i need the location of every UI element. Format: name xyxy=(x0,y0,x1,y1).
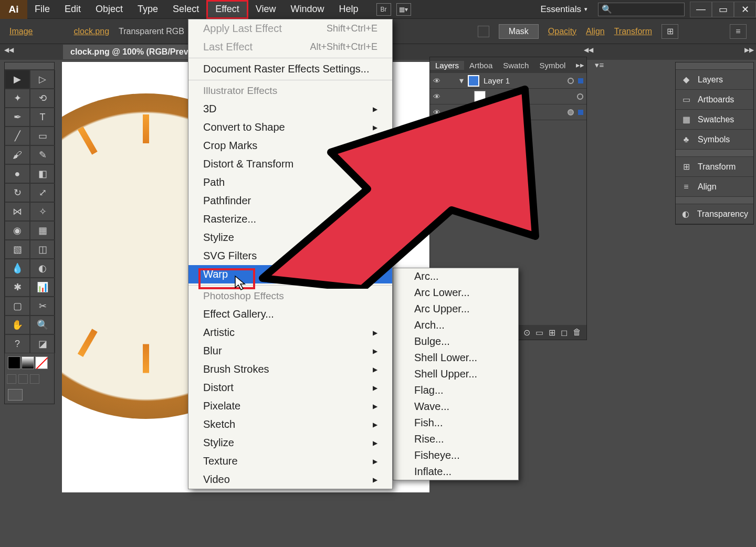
menu-help[interactable]: Help xyxy=(332,0,366,19)
side-transparency[interactable]: ◐Transparency xyxy=(676,204,753,224)
side-panel-grip[interactable] xyxy=(676,62,753,70)
menu-file[interactable]: File xyxy=(27,0,57,19)
submenu-arch[interactable]: Arch... xyxy=(393,317,518,333)
control-mode[interactable]: Image xyxy=(9,27,33,36)
hand-tool[interactable]: ✋ xyxy=(5,315,30,334)
menu-effect[interactable]: Effect xyxy=(206,0,248,19)
menu-effect-gallery[interactable]: Effect Gallery... xyxy=(188,305,392,323)
draw-normal-icon[interactable] xyxy=(7,374,16,384)
layer-row[interactable]: 👁 ▾ Layer 1 xyxy=(430,73,586,89)
submenu-fisheye[interactable]: Fisheye... xyxy=(393,447,518,464)
eyedropper-tool[interactable]: 💧 xyxy=(5,259,30,278)
side-transform[interactable]: ⊞Transform xyxy=(676,157,753,177)
close-button[interactable]: ✕ xyxy=(734,2,756,17)
tab-artboards[interactable]: Artboa xyxy=(464,61,498,70)
none-swatch[interactable] xyxy=(35,356,48,369)
tab-symbols[interactable]: Symbol xyxy=(534,61,571,70)
symbol-sprayer-tool[interactable]: ✱ xyxy=(5,278,30,297)
opacity-link[interactable]: Opacity xyxy=(548,27,576,36)
menu-pixelate[interactable]: Pixelate▶ xyxy=(188,397,392,415)
rotate-tool[interactable]: ↻ xyxy=(5,183,30,202)
menu-distort-transform[interactable]: Distort & Transform▶ xyxy=(188,155,392,173)
mesh-tool[interactable]: ▧ xyxy=(5,240,30,259)
tool-panel-grip[interactable] xyxy=(5,62,54,70)
type-tool[interactable]: T xyxy=(30,108,55,127)
target-icon[interactable] xyxy=(577,93,583,100)
blend-tool[interactable]: ◐ xyxy=(30,259,55,278)
layer-name[interactable]: . xyxy=(490,92,573,101)
menu-artistic[interactable]: Artistic▶ xyxy=(188,323,392,342)
draw-behind-icon[interactable] xyxy=(18,374,28,384)
menu-video[interactable]: Video▶ xyxy=(188,470,392,489)
arrange-icon[interactable]: ▦▾ xyxy=(396,3,411,16)
mask-button[interactable]: Mask xyxy=(499,24,539,39)
expand-icon[interactable]: ▾ xyxy=(459,76,464,86)
fill-stroke-swap[interactable]: ◪ xyxy=(30,334,55,353)
pen-tool[interactable]: ✒ xyxy=(5,108,30,127)
tab-layers[interactable]: Layers xyxy=(430,61,464,70)
menu-brush-strokes[interactable]: Brush Strokes▶ xyxy=(188,360,392,378)
new-sublayer-icon[interactable]: ⊞ xyxy=(549,328,555,338)
menu-3d[interactable]: 3D▶ xyxy=(188,100,392,118)
control-filename[interactable]: clock.png xyxy=(74,27,109,36)
menu-blur[interactable]: Blur▶ xyxy=(188,342,392,360)
maximize-button[interactable]: ▭ xyxy=(712,2,734,17)
submenu-arc-lower[interactable]: Arc Lower... xyxy=(393,285,518,301)
line-tool[interactable]: ╱ xyxy=(5,127,30,145)
free-transform-tool[interactable]: ✧ xyxy=(30,202,55,221)
submenu-flag[interactable]: Flag... xyxy=(393,382,518,398)
menu-warp[interactable]: Warp▶ xyxy=(188,265,392,283)
graph-tool[interactable]: 📊 xyxy=(30,278,55,297)
blob-brush-tool[interactable]: ● xyxy=(5,164,30,183)
submenu-fish[interactable]: Fish... xyxy=(393,415,518,431)
zoom-tool[interactable]: 🔍 xyxy=(30,315,55,334)
target-icon[interactable] xyxy=(568,109,574,115)
menu-crop-marks[interactable]: Crop Marks xyxy=(188,136,392,155)
panel-menu-icon[interactable]: ▾≡ xyxy=(590,60,609,70)
dropdown-icon[interactable] xyxy=(478,26,489,37)
submenu-rise[interactable]: Rise... xyxy=(393,431,518,447)
menu-path[interactable]: Path▶ xyxy=(188,173,392,192)
submenu-shell-upper[interactable]: Shell Upper... xyxy=(393,366,518,382)
menu-window[interactable]: Window xyxy=(284,0,332,19)
submenu-inflate[interactable]: Inflate... xyxy=(393,464,518,480)
bridge-icon[interactable]: Br xyxy=(376,3,391,16)
control-menu-icon[interactable]: ≡ xyxy=(730,24,747,39)
submenu-wave[interactable]: Wave... xyxy=(393,398,518,415)
pencil-tool[interactable]: ✎ xyxy=(30,145,55,164)
perspective-tool[interactable]: ▦ xyxy=(30,221,55,240)
menu-stylize-ps[interactable]: Stylize▶ xyxy=(188,434,392,452)
shape-builder-tool[interactable]: ◉ xyxy=(5,221,30,240)
transform-link[interactable]: Transform xyxy=(614,27,652,36)
menu-distort-ps[interactable]: Distort▶ xyxy=(188,378,392,397)
submenu-arc-upper[interactable]: Arc Upper... xyxy=(393,301,518,317)
menu-pathfinder[interactable]: Pathfinder▶ xyxy=(188,192,392,210)
menu-convert-shape[interactable]: Convert to Shape▶ xyxy=(188,118,392,136)
side-swatches[interactable]: ▦Swatches xyxy=(676,110,753,130)
menu-select[interactable]: Select xyxy=(165,0,206,19)
delete-layer-icon[interactable]: 🗑 xyxy=(573,328,581,337)
menu-svg-filters[interactable]: SVG Filters▶ xyxy=(188,247,392,265)
menu-raster-settings[interactable]: Document Raster Effects Settings... xyxy=(188,60,392,78)
submenu-shell-lower[interactable]: Shell Lower... xyxy=(393,350,518,366)
slice-tool[interactable]: ✂ xyxy=(30,297,55,315)
collapse-dock-icon[interactable]: ▶▶ xyxy=(744,46,754,54)
menu-type[interactable]: Type xyxy=(130,0,165,19)
gradient-tool[interactable]: ◫ xyxy=(30,240,55,259)
menu-rasterize[interactable]: Rasterize... xyxy=(188,210,392,228)
new-layer-icon[interactable]: ◻ xyxy=(561,328,568,338)
target-icon[interactable] xyxy=(568,78,574,84)
lasso-tool[interactable]: ⟲ xyxy=(30,89,55,108)
collapse-panels-icon[interactable]: ◀◀ xyxy=(584,46,593,54)
artboard-tool[interactable]: ▢ xyxy=(5,297,30,315)
side-layers[interactable]: ◆Layers xyxy=(676,70,753,90)
selection-tool[interactable]: ▶ xyxy=(5,70,30,89)
menu-stylize[interactable]: Stylize▶ xyxy=(188,228,392,247)
submenu-bulge[interactable]: Bulge... xyxy=(393,333,518,350)
menu-texture[interactable]: Texture▶ xyxy=(188,452,392,470)
visibility-icon[interactable]: 👁 xyxy=(433,77,440,85)
visibility-icon[interactable]: 👁 xyxy=(433,92,440,101)
magic-wand-tool[interactable]: ✦ xyxy=(5,89,30,108)
paintbrush-tool[interactable]: 🖌 xyxy=(5,145,30,164)
layer-name[interactable]: Layer 1 xyxy=(484,76,563,85)
